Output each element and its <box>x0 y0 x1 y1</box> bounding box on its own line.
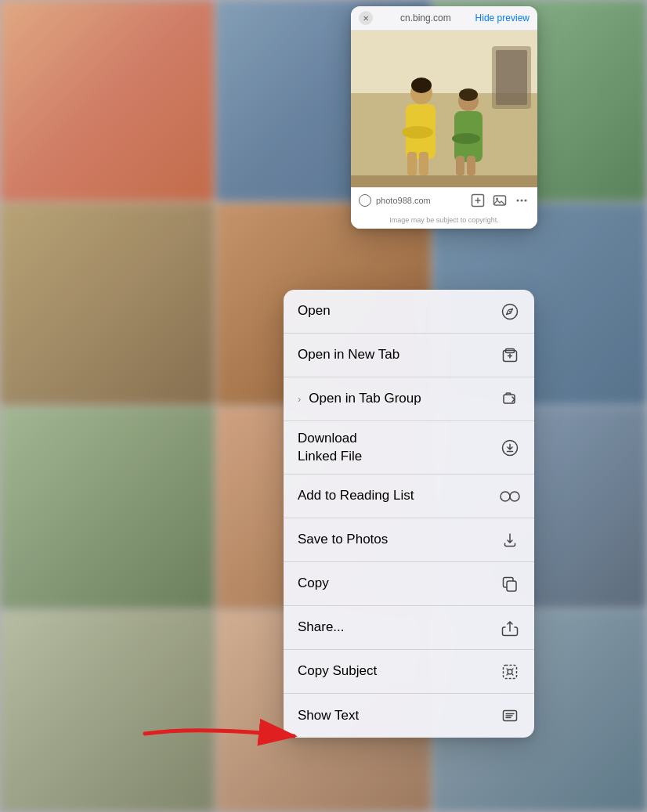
menu-item-copy-subject-left: Copy Subject <box>298 663 377 679</box>
submenu-arrow-icon: › <box>298 393 301 405</box>
svg-rect-15 <box>351 175 537 187</box>
svg-point-12 <box>452 133 480 144</box>
menu-item-open-left: Open <box>298 303 331 319</box>
menu-item-tab-group-left: › Open in Tab Group <box>298 391 421 406</box>
menu-item-reading-list[interactable]: Add to Reading List <box>284 475 534 518</box>
svg-point-4 <box>411 78 432 93</box>
menu-item-copy[interactable]: Copy <box>284 562 534 606</box>
menu-item-download[interactable]: DownloadLinked File <box>284 421 534 475</box>
preview-card-footer: photo988.com <box>351 187 537 213</box>
menu-item-save-photos-label: Save to Photos <box>298 532 388 547</box>
menu-item-show-text[interactable]: Show Text <box>284 694 534 738</box>
menu-item-show-text-label: Show Text <box>298 708 359 724</box>
preview-card-header: ✕ cn.bing.com Hide preview <box>351 6 537 31</box>
svg-point-32 <box>510 492 519 501</box>
menu-item-copy-subject[interactable]: Copy Subject <box>284 650 534 694</box>
menu-item-copy-label: Copy <box>298 576 329 591</box>
svg-rect-8 <box>419 152 428 175</box>
menu-item-reading-list-label: Add to Reading List <box>298 488 414 503</box>
menu-item-reading-list-left: Add to Reading List <box>298 488 414 503</box>
link-preview-card: ✕ cn.bing.com Hide preview <box>351 6 537 229</box>
svg-point-6 <box>402 126 433 139</box>
more-icon[interactable] <box>514 193 530 208</box>
menu-item-open-label: Open <box>298 303 331 319</box>
svg-point-10 <box>459 88 478 101</box>
menu-item-new-tab-label: Open in New Tab <box>298 347 399 363</box>
menu-item-tab-group-label: Open in Tab Group <box>309 391 421 406</box>
menu-item-save-photos-left: Save to Photos <box>298 532 388 547</box>
preview-domain: photo988.com <box>376 196 465 205</box>
menu-item-new-tab-left: Open in New Tab <box>298 347 399 363</box>
menu-item-download-label: DownloadLinked File <box>298 430 362 464</box>
svg-point-23 <box>521 200 523 202</box>
menu-item-open-new-tab[interactable]: Open in New Tab <box>284 334 534 377</box>
menu-item-copy-subject-label: Copy Subject <box>298 663 377 679</box>
preview-illustration <box>351 31 537 187</box>
share-icon <box>500 618 520 638</box>
menu-item-share-left: Share... <box>298 619 345 635</box>
copyright-notice: Image may be subject to copyright. <box>351 213 537 229</box>
close-icon[interactable]: ✕ <box>359 11 373 25</box>
compass-icon <box>500 301 520 322</box>
svg-point-21 <box>496 198 498 200</box>
copy-icon <box>500 574 520 594</box>
preview-image <box>351 31 537 187</box>
menu-item-show-text-left: Show Text <box>298 708 359 724</box>
bg-tile <box>0 0 214 201</box>
preview-url: cn.bing.com <box>400 13 451 23</box>
menu-item-open[interactable]: Open <box>284 290 534 334</box>
menu-item-download-left: DownloadLinked File <box>298 430 362 464</box>
bg-tile <box>0 204 214 405</box>
svg-rect-33 <box>507 581 516 591</box>
menu-item-share-label: Share... <box>298 619 345 635</box>
svg-rect-14 <box>467 156 475 175</box>
hide-preview-button[interactable]: Hide preview <box>475 13 530 23</box>
svg-rect-29 <box>504 395 515 403</box>
tab-group-icon <box>500 389 520 410</box>
bg-tile <box>0 611 214 812</box>
preview-footer-icons <box>470 193 530 208</box>
new-tab-icon <box>500 345 520 366</box>
svg-rect-13 <box>456 156 464 175</box>
svg-rect-18 <box>496 50 527 105</box>
preview-scene <box>351 31 537 187</box>
menu-item-share[interactable]: Share... <box>284 606 534 650</box>
svg-point-31 <box>501 492 510 501</box>
context-menu: Open Open in New Tab › Open in Tab Group <box>284 290 534 738</box>
copy-subject-icon <box>500 662 520 682</box>
expand-icon[interactable] <box>470 193 486 208</box>
globe-icon <box>359 194 371 207</box>
menu-item-copy-left: Copy <box>298 576 329 591</box>
reading-list-icon <box>500 486 520 507</box>
download-icon <box>500 438 520 458</box>
svg-rect-7 <box>407 152 417 175</box>
svg-point-24 <box>525 200 527 202</box>
svg-point-26 <box>509 311 511 312</box>
save-photos-icon <box>500 530 520 550</box>
svg-rect-34 <box>504 665 517 678</box>
menu-item-save-photos[interactable]: Save to Photos <box>284 518 534 562</box>
bg-tile <box>0 407 214 608</box>
menu-item-open-tab-group[interactable]: › Open in Tab Group <box>284 377 534 421</box>
image-icon[interactable] <box>492 193 508 208</box>
show-text-icon <box>500 706 520 726</box>
svg-point-22 <box>517 200 519 202</box>
